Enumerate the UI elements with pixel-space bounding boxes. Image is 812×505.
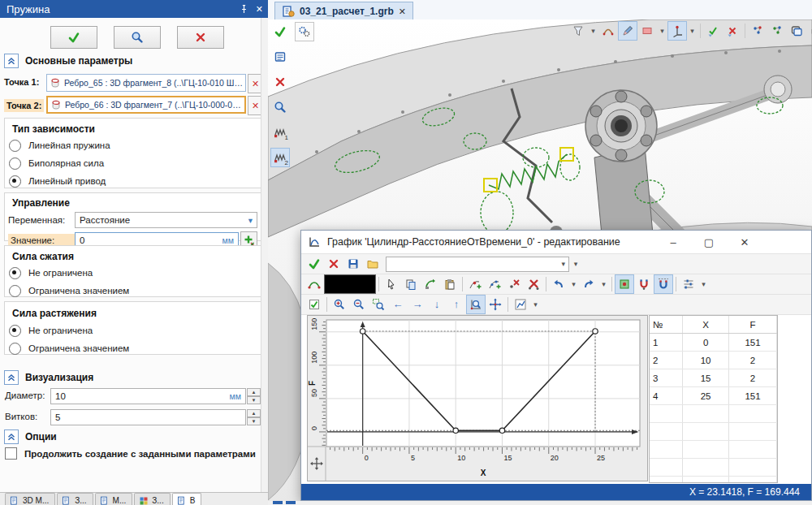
- checkbox-icon[interactable]: [5, 447, 17, 460]
- radio-icon[interactable]: [9, 325, 21, 337]
- zoom-out-button[interactable]: [349, 295, 369, 314]
- table-row[interactable]: [650, 459, 777, 477]
- radio-icon[interactable]: [9, 267, 21, 279]
- table-row[interactable]: [650, 441, 777, 459]
- table-cell[interactable]: [650, 441, 683, 459]
- coordinate-system-button[interactable]: [667, 21, 687, 41]
- delete-all-points-button[interactable]: [524, 274, 543, 294]
- turns-spinner[interactable]: ▲▼: [247, 409, 261, 425]
- points-table[interactable]: №XF1015121023152425151: [649, 315, 778, 483]
- radio-option[interactable]: Не ограничена: [9, 264, 261, 282]
- table-cell[interactable]: [728, 405, 776, 423]
- paste-button[interactable]: [440, 274, 460, 294]
- pin-icon[interactable]: [239, 4, 249, 15]
- table-cell[interactable]: 2: [650, 352, 683, 369]
- select-button[interactable]: [382, 274, 401, 294]
- curve-style-button[interactable]: [304, 274, 324, 294]
- delete-point-button[interactable]: [504, 274, 524, 294]
- copy-button[interactable]: [401, 274, 421, 294]
- table-cell[interactable]: [683, 423, 729, 441]
- undo-button[interactable]: [549, 274, 568, 294]
- force-distance-chart[interactable]: 0510152025050100150XF: [307, 315, 648, 481]
- add-point-button[interactable]: [465, 274, 485, 294]
- redo-dropdown[interactable]: ▾: [598, 274, 609, 294]
- table-cell[interactable]: 1: [650, 334, 683, 352]
- radio-icon[interactable]: [9, 158, 21, 170]
- properties-button[interactable]: [270, 47, 290, 67]
- table-cell[interactable]: [683, 477, 729, 484]
- table-cell[interactable]: [728, 423, 776, 441]
- bottom-tab[interactable]: В: [172, 493, 202, 505]
- points-red-button[interactable]: [748, 21, 767, 41]
- section-options[interactable]: Опции: [4, 429, 57, 444]
- diameter-spinner[interactable]: ▲▼: [247, 388, 261, 404]
- apply-button[interactable]: [270, 22, 290, 41]
- radio-option[interactable]: Биполярная сила: [9, 154, 261, 172]
- table-row[interactable]: 3152: [650, 369, 777, 387]
- table-cell[interactable]: [650, 423, 683, 441]
- points-green-button[interactable]: [767, 21, 787, 41]
- point1-field[interactable]: Ребро_65 : 3D фрагмент_8 (..\ГЦ-10-010 Ш…: [46, 74, 246, 92]
- table-row[interactable]: [650, 405, 777, 423]
- table-cell[interactable]: 25: [683, 387, 729, 405]
- table-cell[interactable]: 2: [728, 352, 776, 369]
- reject-small-button[interactable]: [723, 21, 742, 41]
- collapse-icon[interactable]: [4, 54, 19, 68]
- table-row[interactable]: 10151: [650, 334, 777, 352]
- cancel-button[interactable]: [177, 26, 224, 49]
- table-cell[interactable]: 151: [728, 387, 776, 405]
- diameter-input[interactable]: 10 мм: [50, 388, 246, 404]
- continue-checkbox-row[interactable]: Продолжить создание с заданными параметр…: [5, 447, 256, 460]
- arc-select-button[interactable]: [598, 21, 618, 41]
- table-cell[interactable]: 2: [728, 369, 776, 387]
- section-main-params[interactable]: Основные параметры: [4, 54, 132, 68]
- table-cell[interactable]: 3: [650, 369, 683, 387]
- edit-points-mode-button[interactable]: [615, 274, 634, 294]
- cancel-button[interactable]: [324, 254, 343, 274]
- table-cell[interactable]: [728, 441, 776, 459]
- pan-left-button[interactable]: ←: [388, 295, 408, 314]
- table-cell[interactable]: 151: [728, 334, 776, 352]
- preview-button[interactable]: [114, 26, 161, 49]
- table-cell[interactable]: 10: [683, 352, 729, 369]
- zoom-window-button[interactable]: [369, 295, 388, 314]
- accept-small-button[interactable]: [703, 21, 723, 41]
- zoom-fit-button[interactable]: [466, 295, 486, 314]
- table-cell[interactable]: [728, 459, 776, 477]
- radio-icon[interactable]: [9, 140, 21, 152]
- combobox-more-button[interactable]: ▾: [569, 254, 582, 274]
- center-view-button[interactable]: [486, 295, 505, 314]
- axis-settings-button[interactable]: [679, 274, 698, 294]
- minimize-button[interactable]: –: [655, 231, 691, 254]
- table-cell[interactable]: 15: [683, 369, 729, 387]
- table-row[interactable]: [650, 477, 777, 484]
- collapse-icon[interactable]: [4, 429, 19, 444]
- close-button[interactable]: ✕: [727, 231, 762, 254]
- spring-point-2-button[interactable]: 2: [270, 148, 290, 167]
- table-cell[interactable]: 0: [683, 334, 729, 352]
- table-cell[interactable]: [683, 459, 729, 477]
- workplane-button[interactable]: [637, 21, 657, 41]
- radio-option[interactable]: Ограничена значением: [9, 339, 261, 357]
- table-row[interactable]: [650, 423, 777, 441]
- cancel-button[interactable]: [270, 72, 290, 92]
- chart-options-dropdown[interactable]: ▾: [530, 295, 541, 314]
- table-cell[interactable]: [650, 405, 683, 423]
- selector-filter-button[interactable]: [568, 21, 588, 41]
- radio-icon[interactable]: [9, 175, 21, 188]
- radio-option[interactable]: Ограничена значением: [9, 282, 261, 300]
- bottom-tab[interactable]: З...: [57, 493, 93, 505]
- axis-settings-dropdown[interactable]: ▾: [698, 274, 709, 294]
- table-row[interactable]: 425151: [650, 387, 777, 405]
- collapse-icon[interactable]: [4, 370, 19, 385]
- radio-icon[interactable]: [9, 285, 21, 297]
- bottom-tab[interactable]: З...: [134, 493, 170, 505]
- pan-right-button[interactable]: →: [408, 295, 427, 314]
- radio-icon[interactable]: [9, 343, 21, 355]
- pan-down-button[interactable]: ↓: [427, 295, 447, 314]
- selector-filter-dropdown[interactable]: ▾: [588, 21, 598, 41]
- table-row[interactable]: 2102: [650, 352, 777, 369]
- show-table-button[interactable]: [304, 295, 324, 314]
- radio-option[interactable]: Линейная пружина: [9, 136, 261, 154]
- turns-input[interactable]: 5: [50, 409, 246, 425]
